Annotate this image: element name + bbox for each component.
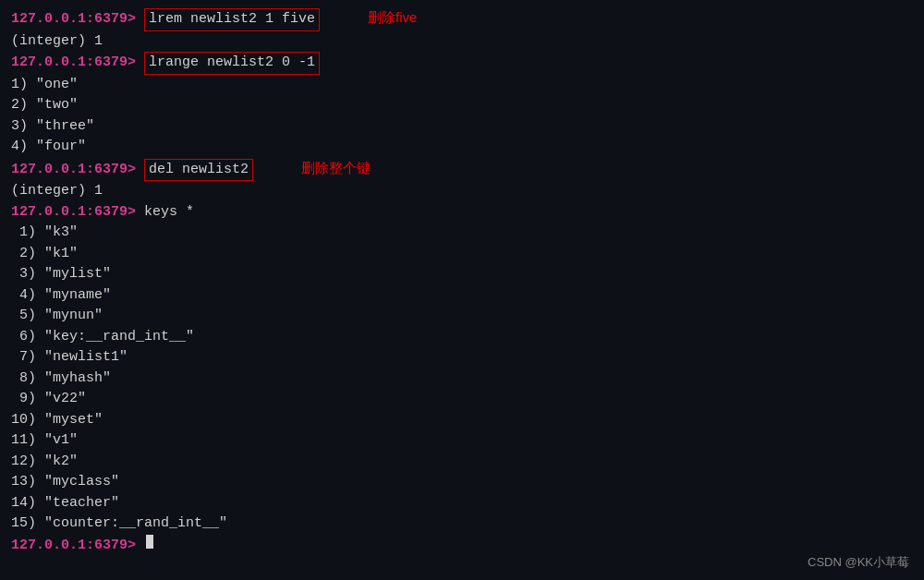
line-one: 1) "one": [11, 75, 913, 96]
output-myname: 4) "myname": [11, 285, 111, 307]
output-myhash: 8) "myhash": [11, 369, 111, 390]
prompt-4: 127.0.0.1:6379>: [11, 202, 136, 224]
prompt-1: 127.0.0.1:6379>: [11, 9, 136, 30]
line-v1: 11) "v1": [11, 430, 913, 452]
line-final-prompt: 127.0.0.1:6379>: [11, 535, 913, 557]
output-mynun: 5) "mynun": [11, 306, 103, 327]
prompt-2: 127.0.0.1:6379>: [11, 53, 136, 74]
output-myclass: 13) "myclass": [11, 472, 119, 493]
line-two: 2) "two": [11, 95, 913, 116]
annotation-del: 删除整个键: [301, 158, 371, 179]
command-lrem: lrem newlist2 1 five: [144, 8, 320, 31]
output-k2: 12) "k2": [11, 452, 78, 473]
line-mynun: 5) "mynun": [11, 306, 913, 327]
prompt-final: 127.0.0.1:6379>: [11, 536, 136, 557]
line-newlist1: 7) "newlist1": [11, 347, 913, 369]
annotation-lrem: 删除five: [368, 7, 417, 29]
line-k1: 2) "k1": [11, 244, 913, 265]
line-del: 127.0.0.1:6379> del newlist2 删除整个键: [11, 158, 913, 182]
command-del: del newlist2: [144, 159, 253, 182]
line-four: 4) "four": [11, 137, 913, 158]
line-integer-1: (integer) 1: [11, 31, 913, 53]
prompt-3: 127.0.0.1:6379>: [11, 160, 136, 181]
line-rand-int: 6) "key:__rand_int__": [11, 327, 913, 348]
output-myset: 10) "myset": [11, 410, 103, 431]
line-k3: 1) "k3": [11, 223, 913, 244]
output-counter-rand: 15) "counter:__rand_int__": [11, 514, 227, 535]
output-v1: 11) "v1": [11, 430, 78, 452]
line-integer-2: (integer) 1: [11, 181, 913, 202]
output-rand-int: 6) "key:__rand_int__": [11, 327, 194, 348]
line-mylist: 3) "mylist": [11, 264, 913, 285]
cursor: [146, 535, 153, 549]
terminal: 127.0.0.1:6379> lrem newlist2 1 five 删除f…: [0, 0, 924, 580]
command-keys: keys *: [136, 202, 194, 224]
line-keys: 127.0.0.1:6379> keys *: [11, 202, 913, 224]
line-teacher: 14) "teacher": [11, 493, 913, 514]
line-lrem: 127.0.0.1:6379> lrem newlist2 1 five 删除f…: [11, 7, 913, 31]
output-integer-1: (integer) 1: [11, 31, 103, 53]
output-two: 2) "two": [11, 95, 78, 116]
output-mylist: 3) "mylist": [11, 264, 111, 285]
line-myhash: 8) "myhash": [11, 369, 913, 390]
output-three: 3) "three": [11, 116, 94, 138]
line-myname: 4) "myname": [11, 285, 913, 307]
output-v22: 9) "v22": [11, 389, 86, 410]
output-teacher: 14) "teacher": [11, 493, 119, 514]
command-lrange: lrange newlist2 0 -1: [144, 52, 320, 75]
output-k3: 1) "k3": [11, 223, 78, 244]
line-lrange: 127.0.0.1:6379> lrange newlist2 0 -1: [11, 52, 913, 75]
line-three: 3) "three": [11, 116, 913, 138]
line-myclass: 13) "myclass": [11, 472, 913, 493]
output-integer-2: (integer) 1: [11, 181, 103, 202]
output-one: 1) "one": [11, 75, 78, 96]
output-four: 4) "four": [11, 137, 86, 158]
line-v22: 9) "v22": [11, 389, 913, 410]
output-k1: 2) "k1": [11, 244, 78, 265]
watermark: CSDN @KK小草莓: [808, 554, 909, 571]
line-myset: 10) "myset": [11, 410, 913, 431]
line-k2: 12) "k2": [11, 452, 913, 473]
line-counter-rand: 15) "counter:__rand_int__": [11, 514, 913, 535]
output-newlist1: 7) "newlist1": [11, 347, 128, 369]
